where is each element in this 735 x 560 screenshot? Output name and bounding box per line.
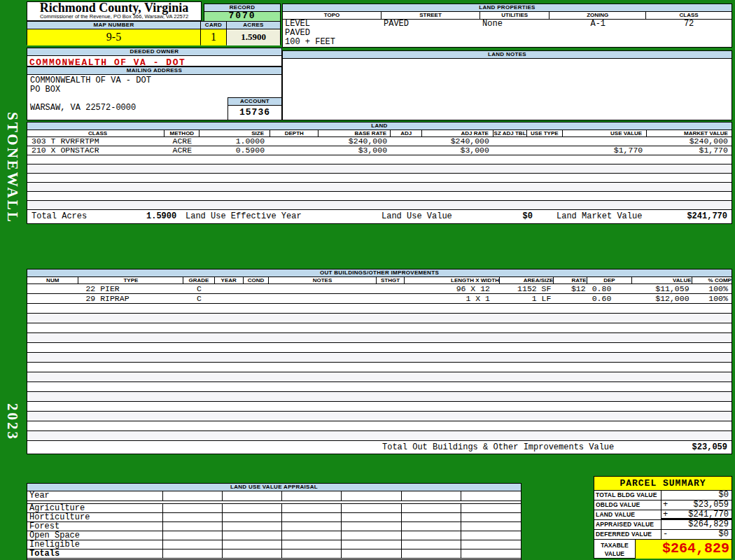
property-record-card: STONEWALL 2023 Richmond County, Virginia… (0, 0, 735, 560)
summary-row-deferred: DEFERRED VALUE - $0 (594, 530, 732, 540)
out-buildings-header-row: NUM TYPE GRADE YEAR COND NOTES STHGT LEN… (27, 277, 732, 284)
col-street: STREET (382, 12, 480, 19)
appraisal-cell (282, 491, 342, 500)
map-card-acres-row: MAP NUMBER 9-5 CARD 1 ACRES 1.5900 (27, 21, 281, 45)
appraisal-cell (461, 531, 521, 540)
appraisal-cell (282, 513, 342, 522)
appraisal-cell (223, 531, 282, 540)
appraisal-cell (461, 513, 521, 522)
appraisal-cell (342, 550, 401, 558)
appraisal-cell (223, 504, 282, 512)
out-buildings-title: OUT BUILDINGS/OTHER IMPROVEMENTS (27, 270, 732, 277)
appraisal-cell (163, 550, 223, 558)
appraisal-cell (282, 550, 342, 558)
land-properties-values: LEVEL PAVED 100 + FEET PAVED None A-1 72 (283, 20, 732, 47)
empty-row (27, 201, 732, 210)
empty-row (27, 382, 732, 392)
appraisal-cell (402, 513, 461, 522)
taxable-value: $264,829 (636, 540, 732, 559)
empty-row (27, 155, 732, 164)
account-number: 15736 (228, 106, 281, 120)
out-building-row: 29 RIPRAP C 1 X 1 1 LF 0.60 $12,000 100% (27, 294, 732, 304)
col-zoning: ZONING (550, 12, 646, 19)
out-buildings-total-label: Total Out Buildings & Other Improvements… (382, 441, 614, 454)
appraisal-cell (223, 550, 282, 558)
land-notes-title: LAND NOTES (283, 51, 732, 59)
county-header: Richmond County, Virginia Commissioner o… (27, 1, 202, 21)
summary-row-land-value: LAND VALUE + $241,770 (594, 510, 732, 520)
card-value: 1 (201, 29, 226, 46)
summary-row-total-bldg: TOTAL BLDG VALUE $0 (594, 491, 732, 500)
empty-row (27, 323, 732, 333)
appraisal-cell (461, 504, 521, 512)
appraisal-cell (461, 550, 521, 558)
land-use-effective-year-label: Land Use Effective Year (186, 210, 302, 223)
acres-header: ACRES (227, 22, 280, 29)
empty-row (27, 431, 732, 441)
mailing-address-section: MAILING ADDRESS COMMONWEALTH OF VA - DOT… (27, 66, 282, 120)
topo-values: LEVEL PAVED 100 + FEET (283, 20, 382, 47)
street-value: PAVED (382, 20, 480, 47)
land-properties-title: LAND PROPERTIES (283, 4, 732, 12)
out-building-row: 22 PIER C 96 X 12 1152 SF $12 0.80 $11,0… (27, 284, 732, 294)
appraisal-row-totals: Totals (27, 550, 521, 559)
col-class: CLASS (646, 12, 732, 19)
land-use-value: $0 (489, 210, 533, 223)
empty-row (27, 353, 732, 363)
appraisal-cell (223, 540, 282, 549)
map-number-cell: MAP NUMBER 9-5 (27, 21, 201, 45)
deeded-owner-section: DEEDED OWNER COMMONWEALTH OF VA - DOT (27, 48, 282, 66)
empty-row (27, 183, 732, 192)
card-cell: CARD 1 (201, 21, 227, 45)
summary-row-appraised: APPRAISED VALUE $264,829 (594, 520, 732, 530)
card-header: CARD (201, 22, 226, 29)
appraisal-cell (402, 504, 461, 512)
empty-row (27, 174, 732, 183)
empty-row (27, 372, 732, 382)
appraisal-row-agriculture: Agriculture (27, 504, 521, 513)
appraisal-cell (342, 491, 401, 500)
empty-row (27, 421, 732, 431)
appraisal-cell (163, 522, 223, 531)
land-notes-section: LAND NOTES (282, 50, 732, 120)
appraisal-row-horticulture: Horticulture (27, 513, 521, 522)
land-table: LAND CLASS METHOD SIZE DEPTH BASE RATE A… (27, 122, 732, 224)
appraisal-cell (461, 491, 521, 500)
appraisal-row-open-space: Open Space (27, 531, 521, 540)
appraisal-cell (402, 522, 461, 531)
appraisal-cell (282, 531, 342, 540)
summary-row-obldg: OBLDG VALUE + $23,059 (594, 500, 732, 510)
acres-cell: ACRES 1.5900 (227, 21, 281, 45)
county-title: Richmond County, Virginia (27, 2, 201, 14)
out-buildings-total-value: $23,059 (692, 441, 727, 454)
map-number-header: MAP NUMBER (27, 22, 200, 29)
appraisal-cell (223, 513, 282, 522)
appraisal-cell (163, 513, 223, 522)
land-table-title: LAND (27, 122, 732, 130)
appraisal-cell (342, 540, 401, 549)
out-buildings-table: OUT BUILDINGS/OTHER IMPROVEMENTS NUM TYP… (27, 269, 732, 454)
account-box: ACCOUNT 15736 (227, 97, 282, 120)
parcel-summary-title: PARCEL SUMMARY (594, 477, 732, 491)
col-topo: TOPO (283, 12, 382, 19)
total-acres-value: 1.5900 (146, 210, 176, 223)
taxable-value-label: TAXABLE VALUE (594, 540, 636, 559)
appraisal-cell (223, 491, 282, 500)
appraisal-row-ineligible: Ineligible (27, 540, 521, 550)
appraisal-cell (223, 522, 282, 531)
class-value: 72 (646, 20, 732, 47)
commissioner-address: Commissioner of the Revenue, PO Box 366,… (27, 14, 201, 20)
acres-value: 1.5900 (227, 29, 280, 46)
map-number-value: 9-5 (27, 29, 200, 46)
land-market-value: $241,770 (687, 210, 727, 223)
appraisal-cell (342, 531, 401, 540)
appraisal-cell (163, 531, 223, 540)
empty-row (27, 343, 732, 353)
land-use-appraisal-table: LAND USE VALUE APPRAISAL Year Agricultur… (27, 483, 522, 560)
land-market-value-label: Land Market Value (556, 210, 642, 223)
empty-row (27, 392, 732, 402)
land-properties-section: LAND PROPERTIES TOPO STREET UTILITIES ZO… (282, 4, 732, 48)
appraisal-cell (461, 522, 521, 531)
empty-row (27, 363, 732, 372)
appraisal-cell (282, 522, 342, 531)
